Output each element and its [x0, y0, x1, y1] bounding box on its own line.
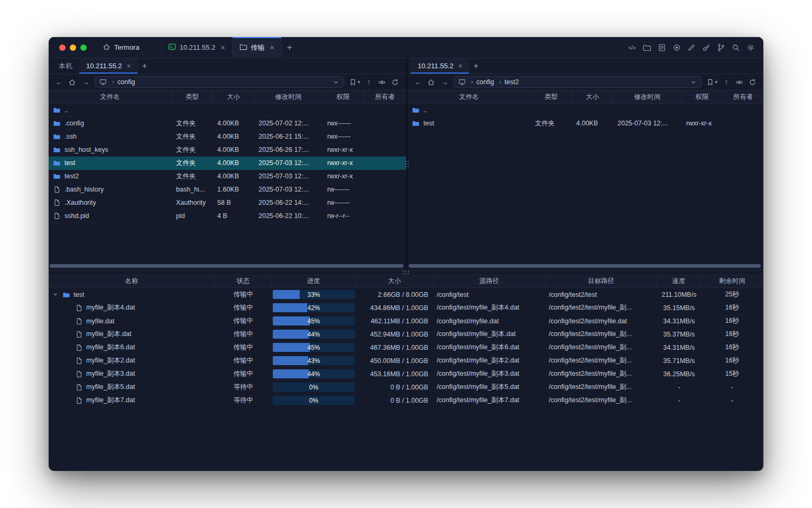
column-header-owner[interactable]: 所有者: [723, 90, 763, 103]
column-header-size[interactable]: 大小: [213, 90, 254, 103]
file-row[interactable]: test2 文件夹 4.00KB 2025-07-03 12:... rwxr-…: [49, 170, 406, 183]
breadcrumb-segment[interactable]: ›config: [468, 78, 494, 86]
breadcrumb-segment[interactable]: ›config: [109, 78, 135, 86]
column-header-type[interactable]: 类型: [172, 90, 213, 103]
close-icon[interactable]: ×: [458, 62, 463, 69]
column-header-mtime[interactable]: 修改时间: [254, 90, 323, 103]
code-snippets-button[interactable]: </>: [625, 41, 639, 54]
chevron-down-icon: [333, 79, 339, 86]
tab-transfer[interactable]: 传输 ×: [233, 37, 282, 58]
column-header-mtime[interactable]: 修改时间: [613, 90, 682, 103]
column-header-size[interactable]: 大小: [356, 275, 433, 287]
new-panel-tab-button[interactable]: +: [137, 58, 151, 74]
close-icon[interactable]: ×: [127, 62, 131, 69]
edit-button[interactable]: [685, 41, 698, 54]
file-row[interactable]: .bash_history bash_hi... 1.60KB 2025-07-…: [49, 183, 406, 196]
forward-button[interactable]: →: [440, 78, 449, 86]
forward-button[interactable]: →: [81, 78, 90, 86]
breadcrumb-segment[interactable]: ›test2: [496, 78, 519, 86]
back-button[interactable]: ←: [55, 78, 63, 86]
path-breadcrumb[interactable]: ›config: [95, 76, 344, 88]
close-icon[interactable]: ×: [270, 44, 274, 51]
panel-tab-session[interactable]: 10.211.55.2 ×: [411, 58, 469, 74]
new-panel-tab-button[interactable]: +: [469, 58, 483, 74]
search-button[interactable]: [729, 41, 742, 54]
file-row[interactable]: ssh_host_keys 文件夹 4.00KB 2025-06-26 17:.…: [49, 143, 406, 157]
transfer-row[interactable]: myfile_副本7.dat 等待中 0% 0 B / 1.00GB /conf…: [49, 394, 763, 407]
new-tab-button[interactable]: +: [282, 37, 298, 58]
column-header-target[interactable]: 目标路径: [546, 275, 657, 287]
file-type-icon: [53, 133, 61, 140]
back-button[interactable]: ←: [414, 78, 422, 86]
close-icon[interactable]: ×: [220, 44, 225, 51]
record-button[interactable]: [670, 41, 683, 54]
log-button[interactable]: [655, 41, 668, 54]
cell-source-path: /config/test/myfile_副本4.dat: [433, 303, 546, 312]
column-header-owner[interactable]: 所有者: [364, 90, 406, 103]
show-hidden-files-button[interactable]: [378, 78, 386, 86]
file-row[interactable]: ..: [408, 104, 763, 117]
column-header-source[interactable]: 源路径: [433, 275, 546, 287]
transfer-row[interactable]: myfile.dat 传输中 45% 462.11MB / 1.00GB /co…: [49, 314, 763, 328]
column-header-size[interactable]: 大小: [572, 90, 613, 103]
path-dropdown-button[interactable]: [333, 79, 339, 86]
column-header-remaining[interactable]: 剩余时间: [701, 275, 763, 287]
refresh-button[interactable]: [391, 78, 400, 86]
minimize-window-button[interactable]: [70, 44, 76, 51]
transfer-row[interactable]: test 传输中 33% 2.66GB / 8.00GB /config/tes…: [49, 288, 763, 301]
file-row[interactable]: sshd.pid pid 4 B 2025-06-22 10:... rw-r-…: [49, 210, 406, 223]
home-button[interactable]: [427, 78, 436, 86]
path-dropdown-button[interactable]: [690, 79, 697, 86]
transfer-row[interactable]: myfile_副本3.dat 传输中 44% 453.16MB / 1.00GB…: [49, 367, 763, 380]
tab-label: 10.211.55.2: [86, 62, 122, 70]
column-header-filename[interactable]: 文件名: [49, 90, 172, 103]
transfer-splitter[interactable]: [49, 270, 763, 275]
horizontal-scrollbar[interactable]: [409, 264, 761, 268]
key-button[interactable]: [699, 41, 713, 54]
column-header-name[interactable]: 名称: [49, 275, 215, 287]
cell-type: 文件夹: [172, 119, 213, 128]
column-header-permissions[interactable]: 权限: [323, 90, 364, 103]
panel-tab-local[interactable]: 本机: [52, 58, 79, 74]
cell-name: myfile_副本4.dat: [49, 303, 215, 312]
path-breadcrumb[interactable]: ›config ›test2: [454, 76, 702, 88]
file-manager-button[interactable]: [640, 41, 653, 54]
column-header-filename[interactable]: 文件名: [408, 90, 531, 103]
splitter-grip-icon[interactable]: [403, 271, 404, 272]
show-hidden-files-button[interactable]: [735, 78, 744, 86]
parent-directory-button[interactable]: ↑: [722, 78, 731, 86]
horizontal-scrollbar[interactable]: [50, 264, 403, 268]
file-row[interactable]: ..: [49, 104, 406, 117]
home-button[interactable]: [68, 78, 77, 86]
progress-percent-label: 45%: [273, 318, 355, 325]
column-header-type[interactable]: 类型: [531, 90, 572, 103]
file-row[interactable]: test 文件夹 4.00KB 2025-07-03 12:... rwxr-x…: [49, 157, 406, 170]
branch-button[interactable]: [714, 41, 727, 54]
refresh-button[interactable]: [749, 78, 757, 86]
transfer-row[interactable]: myfile_副本.dat 传输中 44% 452.94MB / 1.00GB …: [49, 328, 763, 341]
settings-button[interactable]: [744, 41, 757, 54]
column-header-speed[interactable]: 速度: [657, 275, 701, 287]
column-header-progress[interactable]: 进度: [272, 275, 356, 287]
expand-chevron-icon[interactable]: [52, 291, 59, 298]
parent-directory-button[interactable]: ↑: [365, 78, 373, 86]
file-row[interactable]: test 文件夹 4.00KB 2025-07-03 12:... rwxr-x…: [408, 117, 763, 130]
column-header-status[interactable]: 状态: [215, 275, 272, 287]
file-row[interactable]: .config 文件夹 4.00KB 2025-07-02 12:... rwx…: [49, 117, 406, 130]
zoom-window-button[interactable]: [80, 44, 87, 51]
column-header-permissions[interactable]: 权限: [682, 90, 723, 103]
transfer-row[interactable]: myfile_副本2.dat 传输中 43% 450.00MB / 1.00GB…: [49, 354, 763, 367]
search-icon: [732, 43, 740, 52]
panel-tab-session[interactable]: 10.211.55.2 ×: [79, 58, 137, 74]
bookmark-button[interactable]: ▾: [706, 78, 717, 86]
transfer-row[interactable]: myfile_副本6.dat 传输中 45% 467.36MB / 1.00GB…: [49, 341, 763, 354]
splitter-grip-icon[interactable]: [405, 161, 407, 162]
file-row[interactable]: .ssh 文件夹 4.00KB 2025-06-21 15:... rwx---…: [49, 130, 406, 143]
transfer-row[interactable]: myfile_副本5.dat 等待中 0% 0 B / 1.00GB /conf…: [49, 380, 763, 394]
file-row[interactable]: .Xauthority Xauthority 58 B 2025-06-22 1…: [49, 196, 406, 210]
close-window-button[interactable]: [59, 44, 66, 51]
bookmark-button[interactable]: ▾: [349, 78, 360, 86]
tab-session[interactable]: 10.211.55.2 ×: [161, 37, 233, 58]
transfer-row[interactable]: myfile_副本4.dat 传输中 42% 434.86MB / 1.00GB…: [49, 301, 763, 314]
file-type-icon: [412, 106, 420, 114]
